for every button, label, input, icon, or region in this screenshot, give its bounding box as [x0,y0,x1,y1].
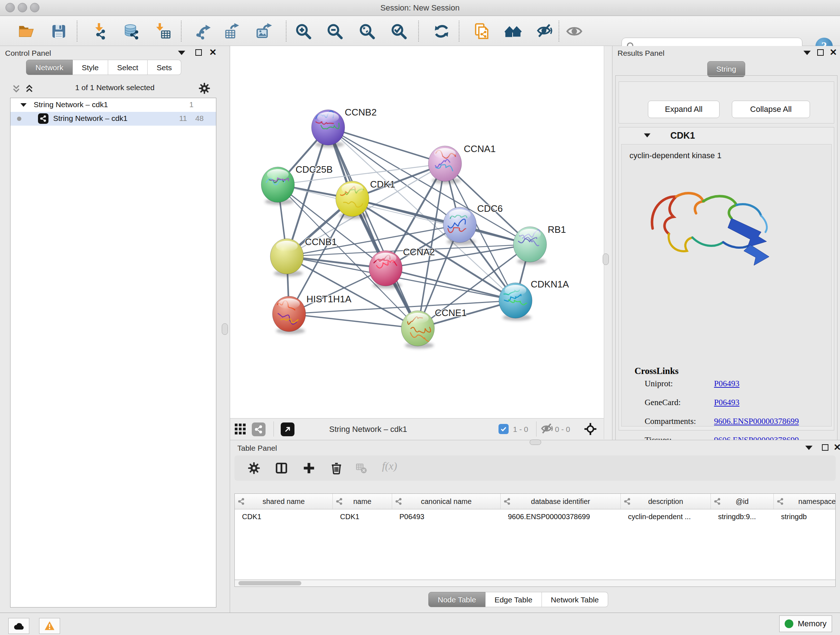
panel-menu-icon[interactable] [805,446,813,450]
fit-selected-crosshair-icon[interactable] [584,423,597,437]
panel-splitter-vertical[interactable] [604,46,612,439]
network-row[interactable]: String Network – cdk1 11 48 [11,112,216,126]
collection-label: String Network – cdk1 [34,100,108,109]
cloud-icon [13,620,25,632]
table-row[interactable]: CDK1CDK1P064939606.ENSP00000378699cyclin… [235,509,835,524]
network-from-clipboard-button[interactable] [471,21,492,41]
crosslink-genecard[interactable]: P06493 [714,398,739,407]
table-horizontal-scrollbar[interactable] [234,580,836,587]
hide-unselected-button[interactable] [534,21,554,41]
export-table-button[interactable] [223,21,243,41]
column-header-database-identifier[interactable]: database identifier [501,494,621,509]
splitter-grip-horizontal[interactable] [530,440,541,445]
network-node-ccne1[interactable] [401,310,434,348]
table-cell[interactable]: CDK1 [235,509,333,524]
crosslink-row: Compartments: 9606.ENSP00000378699 [645,417,799,426]
network-node-rb1[interactable] [513,226,546,264]
table-cell[interactable]: stringdb:9... [711,509,774,524]
splitter-grip-right[interactable] [603,253,609,265]
zoom-fit-button[interactable] [357,21,377,41]
selected-checkbox[interactable] [499,424,508,434]
close-panel-icon[interactable]: ✕ [834,443,840,451]
crosslink-compartments[interactable]: 9606.ENSP00000378699 [714,417,799,426]
tab-network-table[interactable]: Network Table [542,592,608,607]
scrollbar-thumb[interactable] [238,581,302,585]
birds-eye-view-icon[interactable] [281,423,294,436]
panel-menu-icon[interactable] [804,51,811,55]
tab-edge-table[interactable]: Edge Table [485,592,542,607]
hidden-eye-icon [540,423,554,437]
title-bar: Session: New Session [0,0,840,16]
network-edge-HIST1H1A-CCNE1[interactable] [289,314,418,328]
network-node-ccna1[interactable] [428,146,462,184]
delete-table-icon-disabled [355,463,367,474]
open-session-button[interactable] [16,21,36,41]
app-window: Session: New Session [0,0,840,635]
node-label-ccnb1: CCNB1 [305,236,337,247]
splitter-grip-left[interactable] [222,323,228,335]
refresh-view-button[interactable] [431,21,452,41]
column-header-canonical-name[interactable]: canonical name [392,494,501,509]
float-panel-icon[interactable] [195,49,202,56]
column-header-namespace[interactable]: namespace [774,494,836,509]
tab-node-table[interactable]: Node Table [428,592,485,607]
zoom-out-button[interactable] [325,21,345,41]
column-header--id[interactable]: @id [711,494,774,509]
tab-sets[interactable]: Sets [148,60,181,75]
expand-all-button[interactable]: Expand All [648,101,720,118]
network-node-cdk1[interactable] [336,181,369,219]
gene-collapse-icon[interactable] [644,134,651,138]
table-cell[interactable]: stringdb [774,509,836,524]
import-table-from-file-button[interactable] [153,21,174,41]
export-network-button[interactable] [194,21,214,41]
gene-section-header[interactable]: CDK1 [619,127,834,143]
view-grid-icon[interactable] [234,423,247,437]
column-header-name[interactable]: name [333,494,392,509]
network-node-hist1h1a[interactable] [272,296,306,334]
table-cell[interactable]: 9606.ENSP00000378699 [501,509,621,524]
network-edge-CCNB2-CCNA1[interactable] [328,127,445,164]
close-panel-icon[interactable]: ✕ [829,49,837,56]
tab-style[interactable]: Style [73,60,108,75]
crosslink-uniprot[interactable]: P06493 [714,379,739,388]
float-panel-icon[interactable] [822,444,829,451]
memory-button[interactable]: Memory [779,616,832,632]
column-header-description[interactable]: description [621,494,711,509]
zoom-selected-button[interactable] [388,21,409,41]
collection-expand-icon[interactable] [21,103,27,107]
node-label-cdkn1a: CDKN1A [531,279,569,290]
show-columns-icon[interactable] [275,462,288,475]
network-collection-row[interactable]: String Network – cdk1 1 [11,98,216,112]
tab-string[interactable]: String [707,61,745,77]
import-network-from-database-button[interactable] [120,21,141,41]
float-panel-icon[interactable] [817,49,824,56]
import-network-from-file-button[interactable] [89,21,110,41]
export-image-button[interactable] [255,21,275,41]
close-panel-icon[interactable]: ✕ [209,49,217,56]
collapse-all-button[interactable]: Collapse All [732,101,810,118]
footer-separator [536,421,537,437]
save-session-button[interactable] [49,21,69,41]
string-query-button[interactable] [503,21,523,41]
show-graphics-details-button[interactable] [564,21,584,41]
table-options-gear-icon[interactable] [248,462,261,475]
column-header-shared-name[interactable]: shared name [235,494,333,509]
tab-select[interactable]: Select [108,60,148,75]
network-share-icon[interactable] [252,423,265,436]
warnings-button[interactable] [39,618,60,634]
network-graph[interactable]: CCNB2CCNA1CDC25BCDK1CDC6RB1CCNB1CCNA2CDK… [230,46,604,418]
zoom-in-button[interactable] [293,21,313,41]
table-cell[interactable]: cyclin-dependent ... [621,509,711,524]
panel-menu-icon[interactable] [178,51,185,55]
network-node-ccnb1[interactable] [270,239,303,277]
add-column-icon[interactable] [302,462,316,475]
network-canvas[interactable]: CCNB2CCNA1CDC25BCDK1CDC6RB1CCNB1CCNA2CDK… [230,46,604,418]
cloud-status-button[interactable] [8,618,29,634]
table-cell[interactable]: CDK1 [333,509,392,524]
tab-network[interactable]: Network [26,60,73,75]
network-node-cdkn1a[interactable] [499,283,532,321]
table-cell[interactable]: P06493 [392,509,501,524]
delete-column-icon[interactable] [330,462,343,475]
network-node-cdc25b[interactable] [261,167,294,205]
network-options-gear-icon[interactable] [198,82,210,96]
